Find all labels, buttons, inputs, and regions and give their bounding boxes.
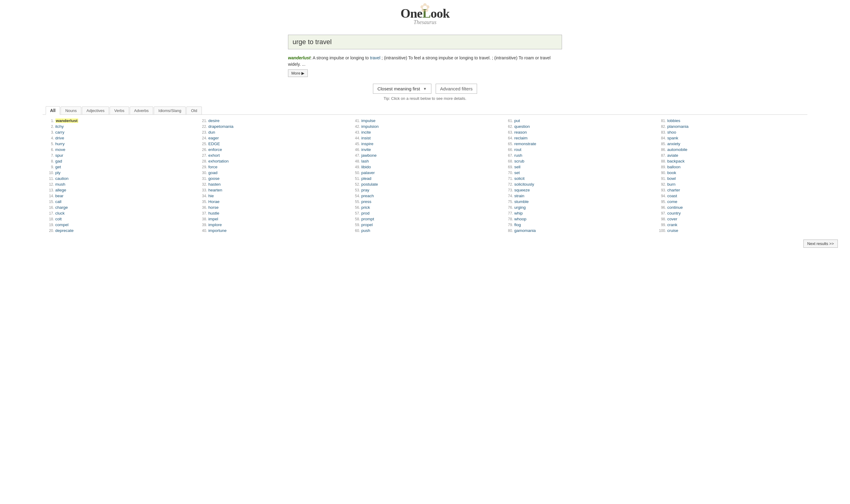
result-word[interactable]: hearten	[208, 188, 222, 192]
sort-dropdown[interactable]: Closest meaning first ▼	[373, 84, 431, 94]
search-input[interactable]	[288, 35, 562, 49]
result-word[interactable]: balloon	[667, 165, 681, 169]
result-word[interactable]: gad	[55, 159, 63, 163]
result-word[interactable]: prod	[361, 211, 370, 215]
result-word[interactable]: press	[361, 199, 371, 204]
result-word[interactable]: shoo	[667, 130, 676, 134]
result-word[interactable]: come	[667, 199, 677, 204]
result-word[interactable]: palaver	[361, 170, 375, 175]
result-word[interactable]: exhort	[208, 153, 220, 158]
result-word[interactable]: backpack	[667, 159, 685, 163]
result-word[interactable]: country	[667, 211, 681, 215]
tab-verbs[interactable]: Verbs	[110, 107, 129, 114]
result-word[interactable]: sell	[514, 165, 520, 169]
result-word[interactable]: ply	[55, 170, 60, 175]
tab-old[interactable]: Old	[186, 107, 201, 114]
result-word[interactable]: coast	[667, 194, 677, 198]
result-word[interactable]: EDGE	[208, 142, 220, 146]
result-word[interactable]: lobbies	[667, 119, 680, 123]
result-word[interactable]: reason	[514, 130, 527, 134]
result-word[interactable]: bear	[55, 194, 64, 198]
result-word[interactable]: planomania	[667, 124, 689, 129]
result-word[interactable]: goose	[208, 176, 219, 181]
result-word[interactable]: allege	[55, 188, 66, 192]
result-word[interactable]: scrub	[514, 159, 524, 163]
result-word[interactable]: lash	[361, 159, 369, 163]
result-word[interactable]: invite	[361, 147, 371, 152]
result-word[interactable]: put	[514, 119, 520, 123]
result-word[interactable]: hustle	[208, 211, 219, 215]
more-button[interactable]: More ▶	[288, 69, 308, 77]
advanced-filters-button[interactable]: Advanced filters	[436, 84, 477, 94]
result-word[interactable]: squeeze	[514, 188, 530, 192]
result-word[interactable]: solicit	[514, 176, 525, 181]
result-word[interactable]: preach	[361, 194, 374, 198]
result-word[interactable]: impel	[208, 217, 218, 221]
result-word[interactable]: pray	[361, 188, 369, 192]
result-word[interactable]: spur	[55, 153, 63, 158]
result-word[interactable]: implore	[208, 222, 222, 227]
result-word[interactable]: exhortation	[208, 159, 229, 163]
result-word[interactable]: enforce	[208, 147, 222, 152]
result-word[interactable]: charter	[667, 188, 680, 192]
result-word[interactable]: push	[361, 228, 370, 233]
result-word[interactable]: postulate	[361, 182, 378, 186]
result-word[interactable]: solicitously	[514, 182, 534, 186]
result-word[interactable]: cluck	[55, 211, 65, 215]
result-word[interactable]: automobile	[667, 147, 687, 152]
result-word[interactable]: prick	[361, 205, 370, 210]
result-word[interactable]: burn	[667, 182, 676, 186]
result-word[interactable]: charge	[55, 205, 68, 210]
result-word[interactable]: hasten	[208, 182, 221, 186]
result-word[interactable]: eager	[208, 136, 219, 140]
result-word[interactable]: mush	[55, 182, 66, 186]
result-word[interactable]: aviate	[667, 153, 678, 158]
result-word[interactable]: move	[55, 147, 66, 152]
result-word[interactable]: gamomania	[514, 228, 536, 233]
result-word[interactable]: libido	[361, 165, 371, 169]
tab-idioms-slang[interactable]: Idioms/Slang	[154, 107, 186, 114]
tab-nouns[interactable]: Nouns	[60, 107, 81, 114]
result-word[interactable]: wanderlust	[55, 119, 78, 123]
tab-all[interactable]: All	[46, 106, 60, 115]
result-word[interactable]: rout	[514, 147, 521, 152]
result-word[interactable]: anxiety	[667, 142, 680, 146]
result-word[interactable]: deprecate	[55, 228, 74, 233]
result-word[interactable]: importune	[208, 228, 227, 233]
result-word[interactable]: whoop	[514, 217, 526, 221]
result-word[interactable]: cruise	[667, 228, 678, 233]
result-word[interactable]: impulsion	[361, 124, 379, 129]
result-word[interactable]: drapetomania	[208, 124, 233, 129]
result-word[interactable]: propel	[361, 222, 373, 227]
result-word[interactable]: inspire	[361, 142, 374, 146]
result-word[interactable]: insist	[361, 136, 371, 140]
result-word[interactable]: question	[514, 124, 530, 129]
result-word[interactable]: strain	[514, 194, 524, 198]
result-word[interactable]: prompt	[361, 217, 374, 221]
result-word[interactable]: plead	[361, 176, 371, 181]
definition-word[interactable]: wanderlust	[288, 55, 311, 60]
result-word[interactable]: whip	[514, 211, 523, 215]
result-word[interactable]: rush	[514, 153, 522, 158]
result-word[interactable]: cover	[667, 217, 677, 221]
result-word[interactable]: hurry	[55, 142, 65, 146]
result-word[interactable]: caution	[55, 176, 69, 181]
result-word[interactable]: itchy	[55, 124, 64, 129]
result-word[interactable]: urging	[514, 205, 526, 210]
result-word[interactable]: spank	[667, 136, 678, 140]
result-word[interactable]: book	[667, 170, 676, 175]
result-word[interactable]: jawbone	[361, 153, 377, 158]
result-word[interactable]: Horae	[208, 199, 219, 204]
result-word[interactable]: desire	[208, 119, 219, 123]
result-word[interactable]: horse	[208, 205, 218, 210]
result-word[interactable]: set	[514, 170, 520, 175]
result-word[interactable]: hie	[208, 194, 214, 198]
result-word[interactable]: call	[55, 199, 61, 204]
result-word[interactable]: flog	[514, 222, 521, 227]
result-word[interactable]: drive	[55, 136, 64, 140]
definition-link[interactable]: travel	[370, 55, 380, 60]
result-word[interactable]: incite	[361, 130, 371, 134]
tab-adverbs[interactable]: Adverbs	[130, 107, 154, 114]
result-word[interactable]: dun	[208, 130, 215, 134]
result-word[interactable]: colt	[55, 217, 62, 221]
